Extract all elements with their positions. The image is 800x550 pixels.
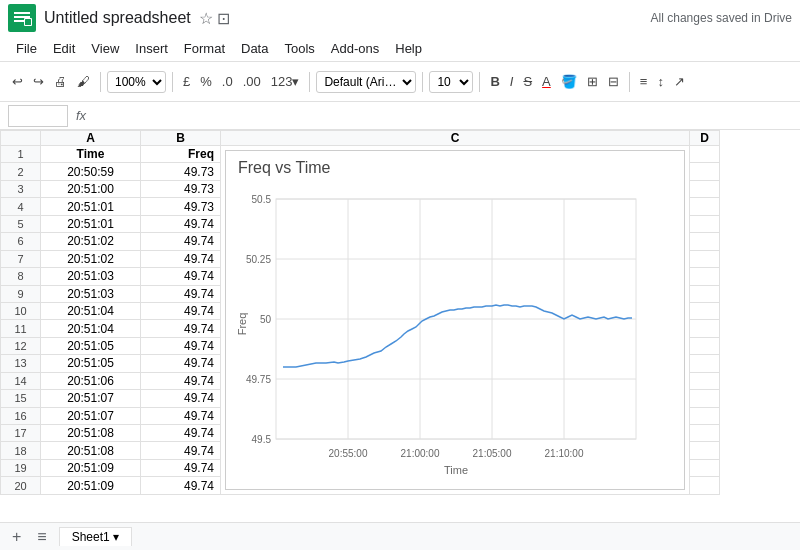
cell-freq[interactable]: 49.74 [141, 372, 221, 389]
cell-time[interactable]: 20:51:03 [41, 285, 141, 302]
cell-empty[interactable] [690, 320, 720, 337]
add-sheet-button[interactable]: + [8, 526, 25, 548]
font-size-select[interactable]: 10 [429, 71, 473, 93]
cell-freq[interactable]: 49.74 [141, 302, 221, 319]
cell-time[interactable]: 20:51:07 [41, 407, 141, 424]
cell-freq[interactable]: 49.74 [141, 425, 221, 442]
cell-time[interactable]: 20:51:09 [41, 477, 141, 495]
strikethrough-button[interactable]: S [519, 72, 536, 91]
cell-freq[interactable]: 49.74 [141, 477, 221, 495]
cell-empty[interactable] [690, 390, 720, 407]
print-button[interactable]: 🖨 [50, 72, 71, 91]
cell-freq[interactable]: 49.74 [141, 233, 221, 250]
italic-button[interactable]: I [506, 72, 518, 91]
cell-freq[interactable]: 49.74 [141, 268, 221, 285]
menu-format[interactable]: Format [176, 39, 233, 58]
cell-freq[interactable]: 49.74 [141, 407, 221, 424]
menu-view[interactable]: View [83, 39, 127, 58]
cell-freq[interactable]: 49.73 [141, 180, 221, 197]
font-select[interactable]: Default (Ari… [316, 71, 416, 93]
menu-file[interactable]: File [8, 39, 45, 58]
currency-button[interactable]: £ [179, 72, 194, 91]
col-header-d[interactable]: D [690, 131, 720, 146]
cell-freq[interactable]: 49.73 [141, 163, 221, 180]
decimal-increase-button[interactable]: .00 [239, 72, 265, 91]
cell-empty[interactable] [690, 372, 720, 389]
fill-color-button[interactable]: 🪣 [557, 72, 581, 91]
cell-d1[interactable] [690, 146, 720, 163]
decimal-decrease-button[interactable]: .0 [218, 72, 237, 91]
percent-button[interactable]: % [196, 72, 216, 91]
menu-insert[interactable]: Insert [127, 39, 176, 58]
cell-empty[interactable] [690, 425, 720, 442]
format-number-button[interactable]: 123▾ [267, 72, 304, 91]
col-header-c[interactable]: C [221, 131, 690, 146]
cell-empty[interactable] [690, 233, 720, 250]
cell-time[interactable]: 20:51:01 [41, 215, 141, 232]
cell-freq[interactable]: 49.74 [141, 355, 221, 372]
cell-empty[interactable] [690, 459, 720, 476]
cell-time[interactable]: 20:51:09 [41, 459, 141, 476]
cell-time[interactable]: 20:51:05 [41, 337, 141, 354]
cell-time[interactable]: 20:51:01 [41, 198, 141, 215]
cell-time[interactable]: 20:51:04 [41, 320, 141, 337]
cell-freq[interactable]: 49.74 [141, 390, 221, 407]
cell-freq[interactable]: 49.74 [141, 320, 221, 337]
cell-time[interactable]: 20:51:02 [41, 250, 141, 267]
menu-edit[interactable]: Edit [45, 39, 83, 58]
cell-b1[interactable]: Freq [141, 146, 221, 163]
cell-empty[interactable] [690, 442, 720, 459]
menu-help[interactable]: Help [387, 39, 430, 58]
cell-time[interactable]: 20:51:08 [41, 442, 141, 459]
menu-tools[interactable]: Tools [276, 39, 322, 58]
cell-empty[interactable] [690, 337, 720, 354]
undo-button[interactable]: ↩ [8, 72, 27, 91]
rotate-button[interactable]: ↗ [670, 72, 689, 91]
redo-button[interactable]: ↪ [29, 72, 48, 91]
cell-empty[interactable] [690, 250, 720, 267]
cell-empty[interactable] [690, 215, 720, 232]
cell-time[interactable]: 20:51:06 [41, 372, 141, 389]
cell-time[interactable]: 20:50:59 [41, 163, 141, 180]
cell-freq[interactable]: 49.74 [141, 442, 221, 459]
col-header-b[interactable]: B [141, 131, 221, 146]
formula-input[interactable] [94, 109, 792, 123]
sheet-tab-sheet1[interactable]: Sheet1 ▾ [59, 527, 132, 546]
cell-time[interactable]: 20:51:08 [41, 425, 141, 442]
font-color-button[interactable]: A [538, 72, 555, 91]
align-button[interactable]: ≡ [636, 72, 652, 91]
cell-freq[interactable]: 49.73 [141, 198, 221, 215]
menu-data[interactable]: Data [233, 39, 276, 58]
cell-empty[interactable] [690, 198, 720, 215]
list-sheets-button[interactable]: ≡ [33, 526, 50, 548]
paint-format-button[interactable]: 🖌 [73, 72, 94, 91]
valign-button[interactable]: ↕ [653, 72, 668, 91]
cell-empty[interactable] [690, 268, 720, 285]
borders-button[interactable]: ⊞ [583, 72, 602, 91]
cell-time[interactable]: 20:51:04 [41, 302, 141, 319]
menu-addons[interactable]: Add-ons [323, 39, 387, 58]
cell-empty[interactable] [690, 163, 720, 180]
cell-empty[interactable] [690, 285, 720, 302]
cell-time[interactable]: 20:51:03 [41, 268, 141, 285]
cell-freq[interactable]: 49.74 [141, 250, 221, 267]
cell-freq[interactable]: 49.74 [141, 459, 221, 476]
cell-empty[interactable] [690, 180, 720, 197]
merge-button[interactable]: ⊟ [604, 72, 623, 91]
cell-empty[interactable] [690, 477, 720, 495]
zoom-select[interactable]: 100% [107, 71, 166, 93]
cell-a1[interactable]: Time [41, 146, 141, 163]
cell-reference-input[interactable] [8, 105, 68, 127]
cell-time[interactable]: 20:51:05 [41, 355, 141, 372]
cell-freq[interactable]: 49.74 [141, 215, 221, 232]
cell-empty[interactable] [690, 355, 720, 372]
cell-freq[interactable]: 49.74 [141, 285, 221, 302]
app-title[interactable]: Untitled spreadsheet [44, 9, 191, 27]
star-icon[interactable]: ☆ [199, 9, 213, 28]
cell-empty[interactable] [690, 302, 720, 319]
cell-time[interactable]: 20:51:07 [41, 390, 141, 407]
cell-time[interactable]: 20:51:02 [41, 233, 141, 250]
bold-button[interactable]: B [486, 72, 503, 91]
cell-time[interactable]: 20:51:00 [41, 180, 141, 197]
cell-freq[interactable]: 49.74 [141, 337, 221, 354]
